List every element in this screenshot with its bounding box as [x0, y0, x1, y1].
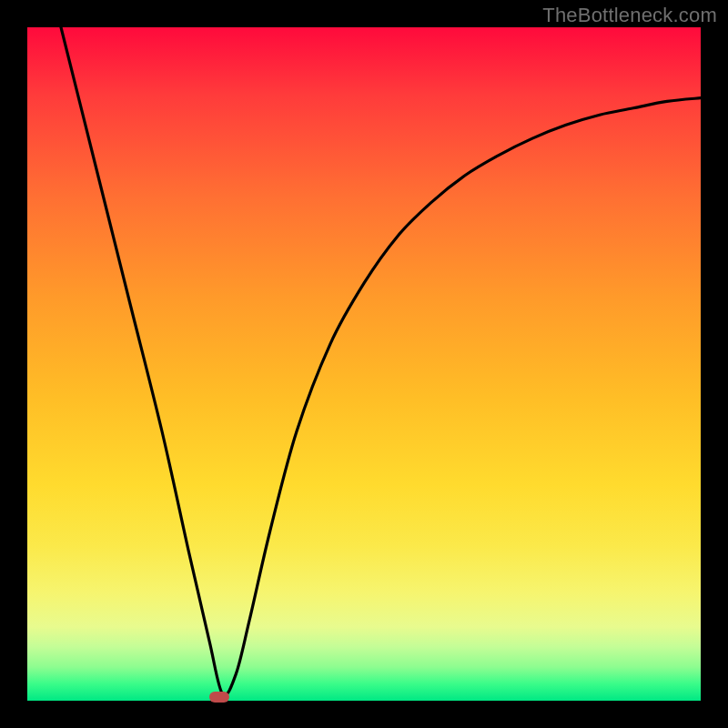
curve-path: [61, 27, 701, 695]
optimal-point-marker: [209, 692, 229, 703]
chart-area: [27, 27, 701, 701]
watermark-text: TheBottleneck.com: [542, 4, 717, 27]
bottleneck-curve: [27, 27, 701, 701]
